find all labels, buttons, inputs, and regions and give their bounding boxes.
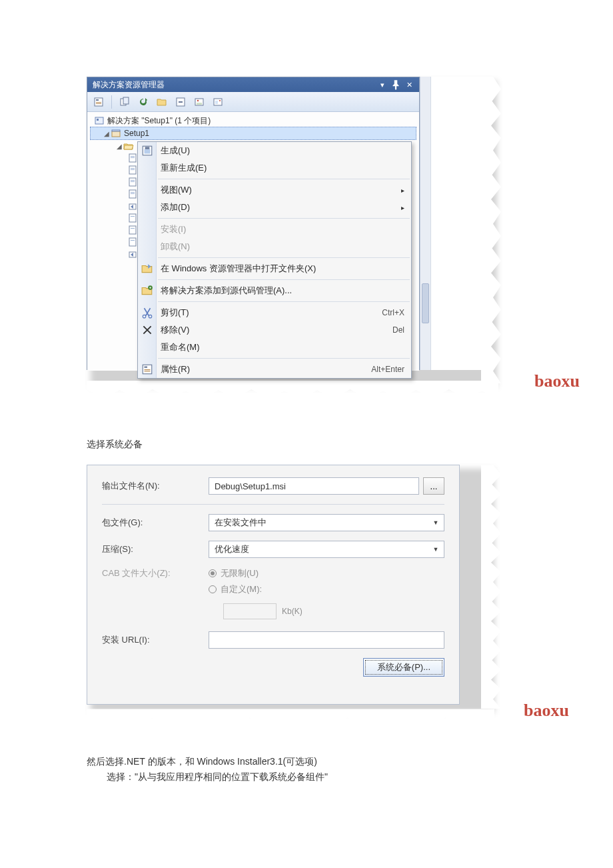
menu-open-in-explorer[interactable]: 在 Windows 资源管理器中打开文件夹(X) bbox=[138, 260, 411, 277]
radio-icon bbox=[209, 585, 217, 593]
menu-properties[interactable]: 属性(R) Alt+Enter bbox=[138, 361, 411, 378]
menu-view[interactable]: 视图(W) ▸ bbox=[138, 181, 411, 199]
browse-button[interactable]: ... bbox=[423, 477, 444, 495]
file-icon bbox=[127, 177, 138, 187]
expand-toggle-icon[interactable]: ◢ bbox=[103, 130, 111, 137]
folder-view-icon[interactable] bbox=[155, 95, 169, 109]
svg-rect-20 bbox=[131, 168, 135, 169]
radio-unlimited: 无限制(U) bbox=[209, 567, 262, 579]
svg-rect-31 bbox=[129, 226, 136, 234]
dropdown-icon[interactable]: ▾ bbox=[376, 79, 388, 90]
svg-rect-10 bbox=[197, 103, 202, 105]
menu-uninstall: 卸载(N) bbox=[138, 238, 411, 255]
panel-toolbar bbox=[87, 92, 419, 112]
custom-kb-input bbox=[223, 603, 277, 619]
svg-rect-18 bbox=[131, 157, 135, 158]
watermark-text: baoxu bbox=[524, 701, 569, 721]
close-icon[interactable]: ✕ bbox=[403, 79, 415, 90]
menu-label: 视图(W) bbox=[161, 184, 192, 196]
svg-rect-2 bbox=[96, 102, 101, 103]
svg-rect-1 bbox=[96, 99, 99, 101]
expand-toggle-icon[interactable]: ◢ bbox=[115, 143, 123, 150]
menu-cut[interactable]: 剪切(T) Ctrl+X bbox=[138, 304, 411, 321]
svg-rect-7 bbox=[179, 101, 183, 103]
panel-title: 解决方案资源管理器 bbox=[93, 79, 165, 91]
svg-rect-45 bbox=[145, 371, 151, 371]
menu-label: 移除(V) bbox=[161, 324, 189, 336]
collapse-icon[interactable] bbox=[173, 95, 188, 109]
property-form: 输出文件名(N): Debug\Setup1.msi ... 包文件(G): 在… bbox=[87, 465, 460, 705]
menu-rebuild[interactable]: 重新生成(E) bbox=[138, 159, 411, 177]
file-icon bbox=[127, 189, 138, 199]
menu-remove[interactable]: 移除(V) Del bbox=[138, 321, 411, 339]
output-name-input[interactable]: Debug\Setup1.msi bbox=[209, 477, 419, 495]
svg-rect-3 bbox=[96, 103, 101, 104]
svg-rect-32 bbox=[131, 228, 135, 229]
svg-point-9 bbox=[197, 99, 199, 101]
menu-label: 将解决方案添加到源代码管理(A)... bbox=[161, 285, 292, 297]
menu-label: 重新生成(E) bbox=[161, 162, 207, 174]
svg-rect-23 bbox=[131, 180, 135, 181]
svg-rect-27 bbox=[131, 193, 135, 194]
menu-label: 属性(R) bbox=[161, 363, 190, 375]
output-name-label: 输出文件名(N): bbox=[102, 480, 209, 492]
menu-label: 卸载(N) bbox=[161, 241, 190, 253]
pin-icon[interactable] bbox=[390, 79, 402, 90]
build-icon bbox=[141, 145, 153, 157]
package-select[interactable]: 在安装文件中 ▼ bbox=[209, 514, 444, 531]
radio-custom: 自定义(M): bbox=[209, 583, 262, 595]
install-url-input[interactable] bbox=[209, 631, 444, 649]
show-all-files-icon[interactable] bbox=[117, 95, 132, 109]
svg-rect-24 bbox=[131, 181, 135, 182]
svg-rect-14 bbox=[112, 131, 120, 137]
menu-add-source-control[interactable]: 将解决方案添加到源代码管理(A)... bbox=[138, 282, 411, 299]
svg-rect-17 bbox=[131, 156, 135, 157]
open-folder-icon bbox=[141, 263, 153, 275]
tree-project-node[interactable]: ◢ Setup1 bbox=[90, 127, 416, 140]
instruction-text-2a: 然后选择.NET 的版本，和 Windows Installer3.1(可选项) bbox=[87, 754, 526, 769]
menu-label: 重命名(M) bbox=[161, 341, 200, 353]
panel-titlebar: 解决方案资源管理器 ▾ ✕ bbox=[87, 77, 419, 92]
svg-point-12 bbox=[219, 100, 221, 101]
solution-icon bbox=[94, 115, 105, 126]
svg-point-41 bbox=[149, 315, 152, 318]
delete-icon bbox=[141, 324, 153, 336]
menu-shortcut: Del bbox=[392, 325, 404, 335]
svg-rect-30 bbox=[131, 216, 135, 217]
menu-build[interactable]: 生成(U) bbox=[138, 142, 411, 159]
properties-icon[interactable] bbox=[91, 95, 106, 109]
menu-rename[interactable]: 重命名(M) bbox=[138, 339, 411, 356]
file-icon bbox=[127, 225, 138, 235]
tree-solution-node[interactable]: 解决方案 "Setup1" (1 个项目) bbox=[90, 115, 416, 127]
menu-add[interactable]: 添加(D) ▸ bbox=[138, 199, 411, 216]
chevron-down-icon: ▼ bbox=[429, 543, 442, 556]
install-url-label: 安装 URL(I): bbox=[102, 634, 209, 646]
cab-size-label: CAB 文件大小(Z): bbox=[102, 567, 209, 579]
watermark-text: baoxu bbox=[534, 371, 580, 391]
package-label: 包文件(G): bbox=[102, 517, 209, 529]
folder-open-icon bbox=[123, 141, 134, 151]
designer-icon[interactable] bbox=[211, 95, 225, 109]
refresh-icon[interactable] bbox=[136, 95, 151, 109]
menu-label: 在 Windows 资源管理器中打开文件夹(X) bbox=[161, 263, 316, 275]
svg-rect-43 bbox=[145, 367, 148, 368]
chevron-right-icon: ▸ bbox=[401, 187, 404, 194]
project-context-menu: 生成(U) 重新生成(E) 视图(W) ▸ 添加(D) ▸ 安装(I) 卸载(N… bbox=[137, 141, 412, 379]
kb-label: Kb(K) bbox=[282, 607, 303, 616]
vertical-scrollbar[interactable] bbox=[420, 77, 430, 370]
solution-label: 解决方案 "Setup1" (1 个项目) bbox=[107, 115, 211, 127]
menu-label: 安装(I) bbox=[161, 223, 186, 235]
compress-select[interactable]: 优化速度 ▼ bbox=[209, 541, 444, 558]
scrollbar-thumb[interactable] bbox=[422, 283, 429, 323]
property-pages-icon[interactable] bbox=[192, 95, 207, 109]
project-label: Setup1 bbox=[124, 129, 149, 138]
chevron-right-icon: ▸ bbox=[401, 204, 404, 211]
svg-rect-38 bbox=[145, 147, 150, 149]
instruction-text-1: 选择系统必备 bbox=[87, 437, 526, 451]
prerequisites-button[interactable]: 系统必备(P)... bbox=[363, 658, 444, 677]
file-icon bbox=[127, 165, 138, 175]
file-icon bbox=[127, 237, 138, 247]
svg-rect-29 bbox=[129, 214, 136, 222]
source-control-icon bbox=[141, 285, 153, 297]
file-icon bbox=[127, 153, 138, 163]
